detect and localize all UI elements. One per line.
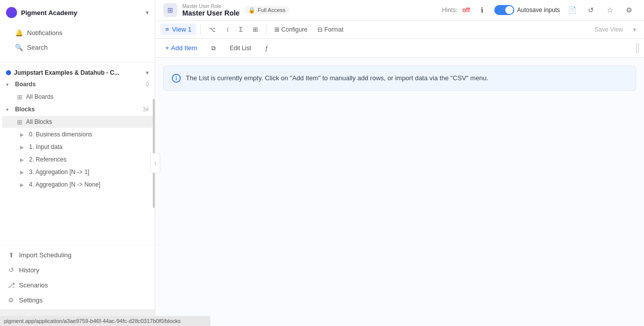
add-item-label: Add Item	[171, 44, 197, 52]
all-blocks-label: All Blocks	[26, 118, 52, 125]
views-chevron-button[interactable]: ▾	[630, 24, 639, 35]
agg-nnone-chevron-icon: ▶	[20, 182, 26, 188]
aggregate-button[interactable]: Σ	[235, 24, 246, 35]
filter-icon: ⌥	[209, 26, 216, 33]
sidebar-item-all-blocks[interactable]: ⊞ All Blocks	[2, 116, 153, 128]
toolbar-separator	[200, 25, 201, 35]
top-header: ⊞ Master User Role Master User Role 🔒 Fu…	[155, 0, 644, 21]
business-dim-label: 0. Business dimensions	[29, 131, 92, 138]
star-button[interactable]: ☆	[603, 3, 617, 17]
input-data-chevron-icon: ▶	[20, 144, 26, 150]
view-tab-view1[interactable]: ≡ View 1	[160, 24, 196, 35]
upload-icon: ⬆	[7, 251, 15, 259]
history-icon: ↺	[7, 266, 15, 274]
configure-button[interactable]: ⊞ Configure	[270, 24, 311, 35]
sidebar-item-aggregation-n1[interactable]: ▶ 3. Aggregation [N -> 1]	[2, 166, 153, 178]
sidebar-item-search[interactable]: 🔍 Search	[8, 40, 147, 54]
autosave-toggle[interactable]: Autosave inputs	[494, 5, 560, 15]
sidebar-item-history[interactable]: ↺ History	[0, 262, 155, 277]
references-chevron-icon: ▶	[20, 157, 26, 162]
all-blocks-icon: ⊞	[16, 118, 23, 125]
empty-notice: i The List is currently empty. Click on …	[163, 66, 636, 91]
view-icon: ≡	[165, 26, 169, 33]
agg-nnone-label: 4. Aggregation [N -> None]	[29, 181, 100, 188]
url-text: pigment.app/application/a3ae9759-b46f-44…	[4, 318, 155, 324]
header-supertitle: Master User Role	[182, 4, 239, 9]
history-button[interactable]: ↺	[584, 3, 598, 17]
input-data-label: 1. Input data	[29, 143, 63, 150]
action-bar: + Add Item ⧉ Edit List ƒ	[155, 39, 644, 58]
blocks-chevron-icon: ▾	[6, 107, 12, 112]
format-button[interactable]: ⊟ Format	[313, 24, 348, 35]
full-access-badge: 🔒 Full Access	[244, 6, 289, 15]
duplicate-icon: ⧉	[211, 45, 216, 52]
sidebar-item-input-data[interactable]: ▶ 1. Input data	[2, 141, 153, 153]
sidebar-item-notifications[interactable]: 🔔 Notifications	[8, 26, 147, 40]
blocks-count: 34	[143, 106, 149, 112]
sidebar-item-business-dimensions[interactable]: ▶ 0. Business dimensions	[2, 128, 153, 140]
sidebar-item-settings[interactable]: ⚙ Settings	[0, 292, 155, 307]
settings-icon: ⚙	[7, 296, 15, 304]
table-button[interactable]: ⊞	[249, 24, 262, 35]
toolbar-separator-2	[266, 25, 266, 35]
empty-message: The List is currently empty. Click on "A…	[186, 73, 488, 83]
url-bar: pigment.app/application/a3ae9759-b46f-44…	[0, 316, 155, 326]
all-boards-label: All Boards	[26, 93, 54, 100]
hints-value[interactable]: off	[462, 7, 470, 14]
view-label: View 1	[172, 26, 192, 33]
app-title: Pigment Academy ▾	[6, 5, 149, 22]
agg-n1-chevron-icon: ▶	[20, 170, 26, 175]
notifications-label: Notifications	[27, 29, 63, 37]
app-name-label: Pigment Academy	[21, 9, 142, 17]
configure-label: Configure	[281, 26, 307, 33]
scenarios-icon: ⎇	[7, 281, 15, 289]
notes-button[interactable]: 📄	[565, 3, 579, 17]
blocks-label: Blocks	[15, 106, 140, 113]
scenarios-label: Scenarios	[19, 281, 48, 289]
agg-n1-label: 3. Aggregation [N -> 1]	[29, 169, 89, 176]
blocks-section-header[interactable]: ▾ Blocks 34	[0, 103, 155, 115]
resize-handle[interactable]	[636, 43, 639, 53]
search-icon: 🔍	[15, 43, 23, 51]
history-label: History	[19, 266, 39, 274]
workspace-name: Jumpstart Examples & Datahub - C...	[14, 69, 143, 76]
sidebar-collapse-toggle[interactable]: ‹	[150, 153, 160, 173]
duplicate-button[interactable]: ⧉	[206, 42, 221, 54]
toggle-knob	[505, 6, 513, 14]
boards-label: Boards	[15, 81, 143, 88]
configure-icon: ⊞	[274, 26, 279, 33]
references-label: 2. References	[29, 156, 67, 163]
app-chevron-icon: ▾	[146, 9, 149, 16]
boards-count: 0	[146, 81, 149, 87]
module-icon: ⊞	[163, 3, 177, 17]
save-view-button[interactable]: Save View	[590, 24, 628, 35]
sidebar-item-aggregation-nnone[interactable]: ▶ 4. Aggregation [N -> None]	[2, 179, 153, 191]
add-item-button[interactable]: + Add Item	[160, 42, 202, 54]
sidebar-item-scenarios[interactable]: ⎇ Scenarios	[0, 277, 155, 292]
edit-list-button[interactable]: Edit List	[225, 42, 256, 54]
search-label: Search	[27, 44, 48, 51]
function-button[interactable]: ƒ	[260, 42, 273, 54]
table-icon: ⊞	[253, 26, 258, 33]
sidebar-item-all-boards[interactable]: ⊞ All Boards	[2, 91, 153, 103]
all-boards-icon: ⊞	[16, 93, 23, 100]
lock-icon: 🔒	[248, 7, 255, 14]
info-button[interactable]: ℹ	[475, 3, 489, 17]
format-icon: ⊟	[317, 26, 323, 33]
workspace-chevron-icon[interactable]: ▾	[146, 69, 149, 76]
autosave-label: Autosave inputs	[517, 7, 560, 14]
boards-section-header[interactable]: ▾ Boards 0	[0, 78, 155, 90]
filter-button[interactable]: ⌥	[205, 24, 220, 35]
sort-button[interactable]: ↕	[222, 24, 233, 35]
sidebar-item-import-scheduling[interactable]: ⬆ Import Scheduling	[0, 247, 155, 262]
bell-icon: 🔔	[15, 29, 23, 37]
header-title: Master User Role	[182, 9, 239, 17]
add-icon: +	[165, 44, 169, 52]
settings-button[interactable]: ⚙	[622, 3, 636, 17]
toolbar: ≡ View 1 ⌥ ↕ Σ ⊞ ⊞ Configure ⊟ Format Sa…	[155, 21, 644, 39]
sidebar-item-references[interactable]: ▶ 2. References	[2, 153, 153, 166]
main-content: i The List is currently empty. Click on …	[155, 58, 644, 326]
full-access-label: Full Access	[257, 7, 285, 13]
boards-chevron-icon: ▾	[6, 82, 12, 87]
hints-label: Hints:	[442, 7, 458, 14]
